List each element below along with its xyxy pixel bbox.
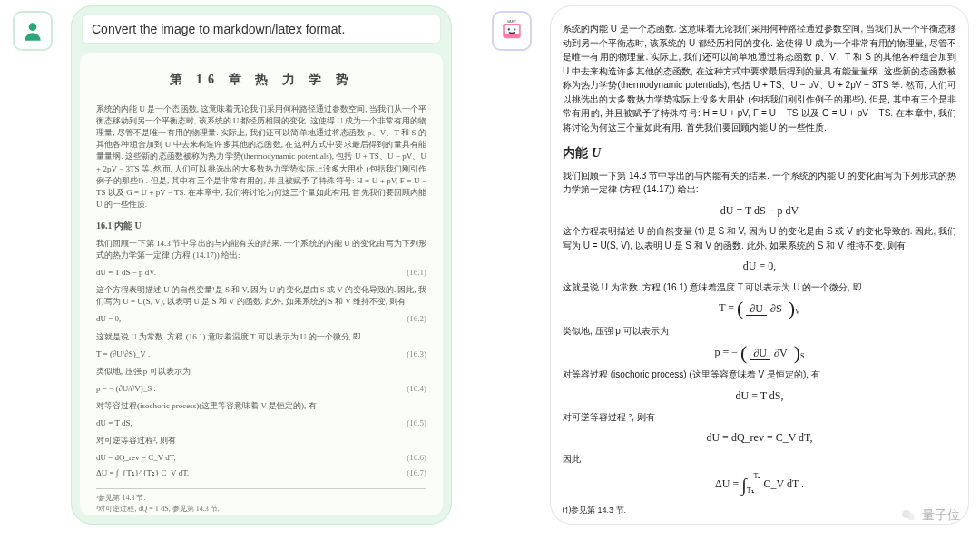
scan-eq-16-6: dU = dQ_rev = C_V dT,(16.6) (96, 452, 426, 464)
watermark: 量子位 (900, 507, 960, 524)
md-p5: 对等容过程 (isochoric process) (这里等容意味着 V 是恒定… (563, 368, 956, 382)
md-eq-isochoric: dU = T dS, (563, 388, 956, 405)
md-p6: 对可逆等容过程 ², 则有 (563, 410, 956, 425)
scan-eq-16-4: p = − (∂U/∂V)_S .(16.4) (96, 383, 426, 395)
scan-p3: 这就是说 U 为常数. 方程 (16.1) 意味着温度 T 可以表示为 U 的一… (96, 331, 426, 343)
wechat-icon (900, 507, 916, 524)
md-intro: 系统的内能 U 是一个态函数. 这意味着无论我们采用何种路径通过参数空间, 当我… (563, 22, 956, 134)
scan-footnotes: ¹参见第 14.3 节. ²对可逆过程, dQ = T dS, 参见第 14.3… (96, 488, 426, 514)
md-eq-T: T = ( ∂U∂S )V (563, 299, 956, 319)
section-16-1-title: 16.1 内能 U (96, 220, 426, 233)
md-p7: 因此 (563, 452, 956, 466)
scan-p5: 对等容过程(isochoric process)(这里等容意味着 V 是恒定的)… (96, 400, 426, 412)
md-eq-dU0: dU = 0, (563, 258, 956, 275)
md-p1: 我们回顾一下第 14.3 节中导出的与内能有关的结果. 一个系统的内能 U 的变… (563, 169, 956, 197)
scan-p4: 类似地, 压强 p 可以表示为 (96, 366, 426, 378)
prompt-input[interactable]: Convert the image to markdown/latex form… (82, 15, 441, 44)
scan-eq-16-3: T = (∂U/∂S)_V .(16.3) (96, 349, 426, 360)
watermark-text: 量子位 (922, 507, 960, 524)
output-card: 系统的内能 U 是一个态函数. 这意味着无论我们采用何种路径通过参数空间, 当我… (550, 5, 969, 525)
scan-p6: 对可逆等容过程², 则有 (96, 435, 426, 447)
md-eq-DeltaU: ΔU = ∫T₁T₂ C_V dT . (563, 471, 956, 499)
md-heading-internal-energy: 内能 U (563, 143, 956, 163)
book-bot-icon: VARY (500, 19, 524, 43)
md-eq-dU: dU = T dS − p dV (563, 202, 956, 220)
scan-eq-16-2: dU = 0,(16.2) (96, 313, 426, 325)
user-avatar (13, 11, 53, 51)
footnote-1: ¹参见第 14.3 节. (96, 493, 426, 504)
footnote-2: ²对可逆过程, dQ = T dS, 参见第 14.3 节. (96, 504, 426, 515)
md-eq-p: p = − ( ∂U∂V )S (563, 344, 956, 363)
md-note-1: ⑴参见第 14.3 节. (563, 505, 956, 514)
md-p3: 这就是说 U 为常数. 方程 (16.1) 意味着温度 T 可以表示为 U 的一… (563, 280, 956, 295)
scan-p2: 这个方程表明描述 U 的自然变量¹是 S 和 V, 因为 U 的变化是由 S 或… (96, 284, 426, 308)
scan-intro: 系统的内能 U 是一个态函数, 这意味着无论我们采用何种路径通过参数空间, 当我… (96, 103, 426, 210)
md-p2: 这个方程表明描述 U 的自然变量 ⑴ 是 S 和 V, 因为 U 的变化是由 S… (563, 224, 956, 252)
scan-eq-16-1: dU = T dS − p dV.(16.1) (96, 267, 426, 279)
svg-text:VARY: VARY (507, 19, 517, 24)
person-icon (21, 19, 44, 43)
scan-p1: 我们回顾一下第 14.3 节中导出的与内能有关的结果. 一个系统的内能 U 的变… (96, 238, 426, 261)
chapter-title: 第 16 章 热 力 学 势 (96, 71, 426, 89)
scan-eq-16-5: dU = T dS,(16.5) (96, 417, 426, 429)
svg-point-0 (29, 23, 37, 31)
svg-rect-2 (505, 25, 519, 34)
md-eq-dQrev: dU = dQ_rev = C_V dT, (563, 429, 956, 447)
md-p4: 类似地, 压强 p 可以表示为 (563, 324, 956, 339)
input-card: Convert the image to markdown/latex form… (71, 5, 452, 525)
vary-bot-avatar: VARY (492, 11, 532, 51)
svg-point-4 (514, 28, 515, 30)
source-document-image: 第 16 章 热 力 学 势 系统的内能 U 是一个态函数, 这意味着无论我们采… (80, 53, 443, 515)
scan-eq-16-7: ΔU = ∫_{T₁}^{T₂} C_V dT.(16.7) (96, 467, 426, 479)
svg-point-7 (907, 514, 915, 521)
svg-point-3 (508, 28, 510, 30)
prompt-text: Convert the image to markdown/latex form… (92, 22, 345, 36)
